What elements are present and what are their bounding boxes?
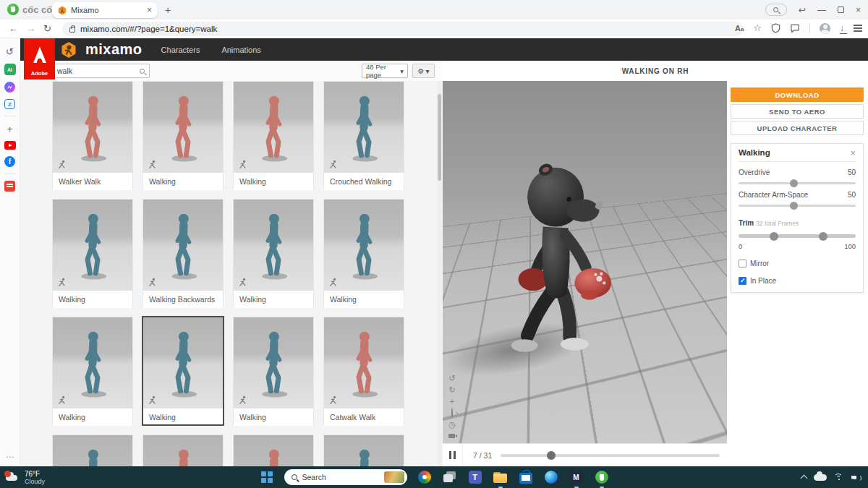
- pan-icon[interactable]: +: [447, 397, 457, 406]
- translate-icon[interactable]: Aa: [735, 24, 744, 33]
- character-model[interactable]: [501, 162, 642, 373]
- search-highlight-image[interactable]: [384, 471, 404, 483]
- in-place-checkbox[interactable]: [739, 277, 746, 285]
- animation-card[interactable]: Walking: [233, 199, 314, 307]
- nav-animations[interactable]: Animations: [221, 46, 260, 54]
- facebook-icon[interactable]: f: [4, 156, 15, 167]
- tab-close-icon[interactable]: ×: [147, 6, 152, 14]
- upload-character-button[interactable]: UPLOAD CHARACTER: [731, 121, 864, 135]
- download-button[interactable]: DOWNLOAD: [731, 87, 864, 102]
- overdrive-slider-handle[interactable]: [790, 179, 798, 187]
- trim-start-handle[interactable]: [770, 232, 778, 241]
- animation-card[interactable]: Walking: [142, 317, 224, 425]
- orbit-icon[interactable]: ↺: [447, 374, 457, 383]
- animation-thumbnail: [53, 200, 132, 291]
- downloads-icon[interactable]: ↓: [840, 24, 844, 33]
- sidebar-more-icon[interactable]: ⋯: [6, 452, 14, 462]
- url-bar[interactable]: mixamo.com/#/?page=1&query=walk: [62, 22, 744, 36]
- animation-card[interactable]: Walker Walk: [52, 81, 133, 189]
- adobe-logo[interactable]: Adobe: [24, 38, 55, 80]
- teams-icon[interactable]: T: [467, 469, 483, 485]
- task-view-icon[interactable]: [442, 469, 458, 485]
- new-tab-button[interactable]: +: [165, 5, 171, 15]
- m-app-icon[interactable]: M: [569, 469, 584, 485]
- forward-button[interactable]: →: [26, 22, 35, 35]
- mirror-option[interactable]: Mirror: [739, 260, 856, 267]
- overdrive-slider[interactable]: [739, 182, 856, 184]
- chat-icon[interactable]: [790, 24, 800, 33]
- photos-icon[interactable]: [417, 469, 433, 485]
- animation-card[interactable]: [142, 435, 224, 466]
- arm-space-slider-handle[interactable]: [790, 202, 798, 210]
- animation-card[interactable]: [52, 435, 133, 466]
- coccoc-taskbar-icon[interactable]: [594, 469, 610, 485]
- animation-card[interactable]: Walking: [52, 317, 133, 425]
- timeline-handle[interactable]: [547, 451, 556, 460]
- trim-end-handle[interactable]: [819, 232, 827, 241]
- back-button[interactable]: ←: [9, 22, 18, 35]
- animation-card[interactable]: Walking: [323, 199, 404, 307]
- shield-icon[interactable]: [771, 23, 780, 33]
- taskbar-search[interactable]: Search: [284, 469, 407, 485]
- animation-card[interactable]: Walking: [233, 81, 314, 189]
- close-window-button[interactable]: ×: [856, 5, 861, 15]
- close-icon[interactable]: ×: [850, 148, 856, 158]
- camera-icon[interactable]: [447, 432, 457, 438]
- ai-assistant-icon[interactable]: AI: [4, 64, 16, 75]
- pause-button[interactable]: [443, 444, 463, 466]
- send-to-device-icon[interactable]: ↩: [799, 5, 806, 15]
- timeline-slider[interactable]: [501, 454, 720, 457]
- bookmark-star-icon[interactable]: ☆: [753, 22, 762, 34]
- onedrive-icon[interactable]: [814, 474, 827, 481]
- browser-tab-mixamo[interactable]: Mixamo ×: [52, 2, 158, 18]
- trim-range-slider[interactable]: [739, 234, 856, 238]
- history-icon[interactable]: ↺: [4, 46, 16, 57]
- animation-thumbnail: [324, 435, 404, 466]
- messenger-icon[interactable]: [4, 82, 15, 93]
- grid-scrollbar[interactable]: [437, 81, 442, 466]
- minimize-button[interactable]: —: [817, 5, 826, 15]
- volume-icon[interactable]: [851, 474, 861, 481]
- youtube-icon[interactable]: [4, 141, 16, 150]
- animation-card[interactable]: Walking: [233, 317, 314, 425]
- nav-characters[interactable]: Characters: [161, 46, 200, 54]
- add-shortcut-icon[interactable]: +: [4, 123, 16, 134]
- chevron-up-icon[interactable]: [801, 475, 808, 482]
- animation-card[interactable]: [233, 435, 314, 466]
- maximize-button[interactable]: [838, 7, 844, 13]
- edge-icon[interactable]: [543, 469, 559, 485]
- file-explorer-icon[interactable]: [493, 469, 509, 485]
- scrollbar-thumb[interactable]: [438, 94, 441, 181]
- coccoc-news-icon[interactable]: [4, 181, 15, 192]
- settings-gear-button[interactable]: ⚙ ▾: [412, 64, 435, 78]
- profile-avatar[interactable]: [820, 23, 830, 34]
- reset-icon[interactable]: ◷: [447, 420, 457, 429]
- zoom-icon[interactable]: [447, 408, 457, 418]
- animation-card[interactable]: Catwalk Walk: [323, 317, 404, 425]
- tab-search-icon[interactable]: [765, 4, 787, 16]
- rotate-icon[interactable]: ↻: [447, 385, 457, 395]
- microsoft-store-icon[interactable]: [518, 469, 534, 485]
- in-place-option[interactable]: In Place: [739, 277, 856, 285]
- animation-thumbnail: [53, 317, 132, 408]
- 3d-viewport[interactable]: ↺ ↻ + ◷: [443, 81, 727, 443]
- wifi-icon[interactable]: [834, 474, 844, 481]
- reload-button[interactable]: ↻: [43, 22, 51, 35]
- zalo-icon[interactable]: Z: [4, 99, 15, 109]
- weather-widget[interactable]: 76°F Cloudy: [4, 470, 45, 485]
- animation-card[interactable]: [323, 435, 404, 466]
- send-to-aero-button[interactable]: SEND TO AERO: [731, 104, 864, 119]
- arm-space-slider[interactable]: [739, 205, 856, 207]
- mirror-checkbox[interactable]: [739, 260, 746, 267]
- start-button[interactable]: [259, 469, 275, 485]
- animation-card[interactable]: Walking Backwards: [142, 199, 224, 307]
- mixamo-logo-text[interactable]: mixamo: [85, 41, 142, 58]
- animation-card[interactable]: Crouched Walking: [323, 81, 404, 189]
- animation-card[interactable]: Walking: [142, 81, 224, 189]
- menu-icon[interactable]: [854, 25, 862, 32]
- mannequin-figure: [74, 448, 112, 466]
- per-page-select[interactable]: 48 Per page ▾: [362, 64, 408, 78]
- animation-card[interactable]: Walking: [52, 199, 133, 307]
- animation-search-input[interactable]: walk: [52, 64, 150, 78]
- chevron-down-icon: ▾: [425, 67, 429, 75]
